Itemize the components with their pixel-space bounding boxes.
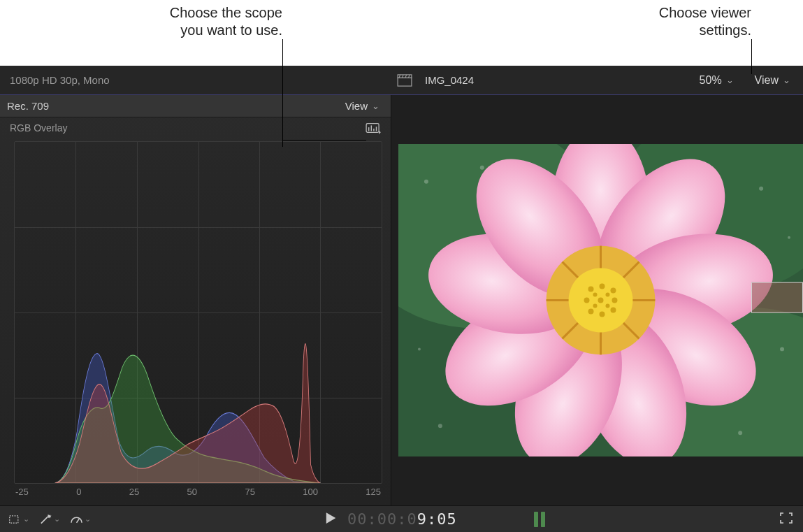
callout-scope: Choose the scope you want to use. bbox=[170, 4, 282, 39]
svg-point-52 bbox=[593, 293, 598, 297]
zoom-value: 50% bbox=[700, 74, 722, 87]
axis-tick: 100 bbox=[303, 487, 318, 497]
picture-in-picture-chip[interactable] bbox=[751, 282, 803, 312]
svg-point-18 bbox=[759, 187, 763, 191]
histogram-container: -25 0 25 50 75 100 125 bbox=[0, 136, 391, 505]
color-space-label: Rec. 709 bbox=[7, 100, 49, 112]
main-body: Rec. 709 View ⌄ RGB Overlay bbox=[0, 95, 803, 505]
chevron-down-icon: ⌄ bbox=[726, 75, 734, 85]
svg-point-48 bbox=[612, 298, 617, 303]
audio-meter bbox=[534, 512, 545, 527]
leader-line bbox=[751, 39, 752, 66]
topbar-right: IMG_0424 50% ⌄ View ⌄ bbox=[391, 71, 803, 89]
topbar-left: 1080p HD 30p, Mono bbox=[0, 74, 391, 86]
viewer-topbar: 1080p HD 30p, Mono IMG_0424 50% ⌄ bbox=[0, 66, 803, 95]
svg-rect-6 bbox=[366, 124, 379, 133]
callout-text: Choose viewer bbox=[659, 4, 751, 22]
svg-point-22 bbox=[418, 347, 421, 350]
svg-point-47 bbox=[598, 298, 604, 303]
chevron-down-icon: ⌄ bbox=[372, 101, 379, 111]
retime-tool-button[interactable]: ⌄ bbox=[70, 511, 91, 528]
callout-text: you want to use. bbox=[170, 22, 282, 39]
axis-tick: 75 bbox=[245, 487, 254, 497]
svg-line-4 bbox=[405, 74, 407, 78]
histogram-axis: -25 0 25 50 75 100 125 bbox=[14, 484, 382, 503]
svg-point-49 bbox=[588, 308, 594, 314]
svg-point-20 bbox=[738, 431, 742, 435]
svg-point-55 bbox=[605, 303, 609, 308]
axis-tick: 50 bbox=[187, 487, 197, 497]
viewer-view-dropdown[interactable]: View ⌄ bbox=[751, 71, 795, 89]
chevron-down-icon: ⌄ bbox=[783, 75, 790, 85]
leader-line bbox=[751, 66, 752, 74]
callout-text: Choose the scope bbox=[170, 4, 282, 22]
histogram-waveform bbox=[15, 261, 382, 483]
scopes-pane: Rec. 709 View ⌄ RGB Overlay bbox=[0, 95, 391, 505]
svg-line-2 bbox=[399, 74, 400, 78]
axis-tick: 125 bbox=[366, 487, 381, 497]
scopes-header: Rec. 709 View ⌄ bbox=[0, 95, 391, 117]
svg-rect-56 bbox=[10, 515, 18, 522]
svg-line-3 bbox=[402, 74, 403, 78]
callout-text: settings. bbox=[659, 22, 751, 39]
svg-point-50 bbox=[600, 311, 605, 317]
svg-point-17 bbox=[480, 166, 484, 170]
fullscreen-button[interactable] bbox=[779, 512, 793, 526]
svg-point-21 bbox=[438, 424, 442, 428]
svg-point-46 bbox=[584, 298, 590, 303]
svg-rect-0 bbox=[398, 78, 412, 86]
zoom-dropdown[interactable]: 50% ⌄ bbox=[695, 71, 738, 89]
play-button[interactable] bbox=[325, 510, 336, 528]
svg-point-44 bbox=[600, 284, 605, 289]
axis-tick: 25 bbox=[129, 487, 139, 497]
axis-tick: 0 bbox=[76, 487, 81, 497]
clapperboard-icon bbox=[396, 73, 414, 87]
scopes-subheader: RGB Overlay bbox=[0, 117, 391, 136]
histogram-plot bbox=[14, 141, 382, 484]
svg-point-19 bbox=[788, 236, 790, 239]
timecode-bright: 9:05 bbox=[417, 510, 457, 528]
callout-viewer-settings: Choose viewer settings. bbox=[659, 4, 751, 39]
svg-line-57 bbox=[41, 517, 48, 524]
view-label: View bbox=[345, 100, 368, 112]
timecode-display: 00:00:09:05 bbox=[325, 510, 457, 528]
view-label: View bbox=[755, 74, 779, 87]
app-window: 1080p HD 30p, Mono IMG_0424 50% ⌄ bbox=[0, 66, 803, 532]
format-label: 1080p HD 30p, Mono bbox=[10, 74, 110, 86]
leader-line bbox=[282, 140, 366, 141]
viewer-pane bbox=[391, 95, 803, 505]
svg-point-23 bbox=[780, 347, 784, 351]
timecode-dim: 00:00:0 bbox=[347, 510, 417, 528]
preview-image bbox=[398, 144, 803, 456]
axis-tick: -25 bbox=[15, 487, 29, 497]
enhance-tool-button[interactable]: ⌄ bbox=[39, 511, 60, 528]
svg-point-54 bbox=[593, 303, 598, 308]
scopes-view-dropdown[interactable]: View ⌄ bbox=[341, 97, 384, 115]
svg-line-5 bbox=[408, 74, 410, 78]
clip-name: IMG_0424 bbox=[425, 74, 474, 86]
leader-line bbox=[282, 39, 283, 66]
svg-point-45 bbox=[610, 288, 616, 294]
svg-point-51 bbox=[610, 307, 616, 312]
svg-line-58 bbox=[77, 519, 80, 523]
annotation-area: Choose the scope you want to use. Choose… bbox=[0, 0, 803, 66]
transport-bar: ⌄ ⌄ ⌄ 00:00:09:05 bbox=[0, 505, 803, 532]
transform-tool-button[interactable]: ⌄ bbox=[8, 511, 29, 528]
svg-point-53 bbox=[605, 293, 609, 297]
svg-point-43 bbox=[588, 287, 594, 292]
svg-point-15 bbox=[424, 180, 428, 184]
leader-line bbox=[282, 116, 283, 147]
viewer-canvas[interactable] bbox=[391, 95, 803, 505]
scope-mode-label: RGB Overlay bbox=[10, 122, 67, 134]
leader-line bbox=[282, 66, 283, 116]
scope-settings-icon[interactable] bbox=[366, 122, 381, 134]
